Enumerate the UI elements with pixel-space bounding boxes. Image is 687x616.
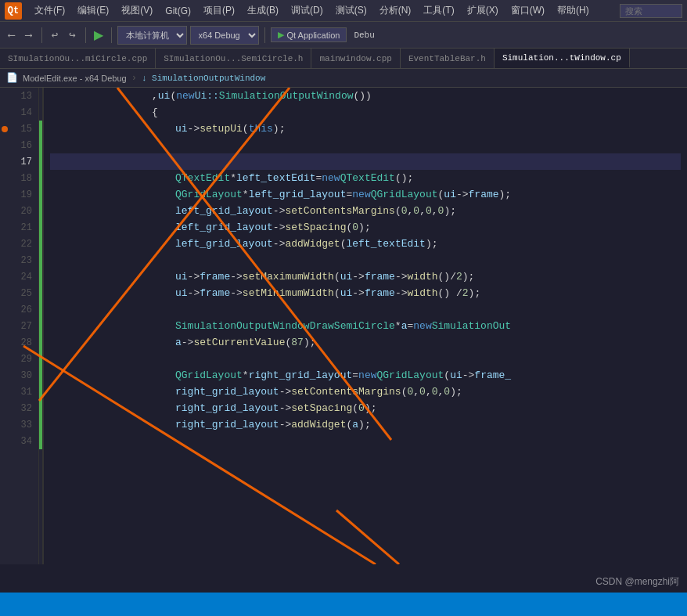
line-26: 26	[0, 301, 38, 318]
menu-edit[interactable]: 编辑(E)	[71, 2, 115, 19]
build-config-dropdown[interactable]: x64 Debug	[190, 26, 259, 45]
menu-extensions[interactable]: 扩展(X)	[461, 2, 505, 19]
code-line-27: SimulationOutputWindowDrawSemiCircle* a …	[50, 318, 681, 334]
tab-label-3: EventTableBar.h	[408, 54, 486, 63]
undo-icon[interactable]: ↩	[48, 27, 62, 43]
code-line-29	[50, 351, 681, 367]
code-line-14: {	[50, 104, 681, 121]
line-24: 24	[0, 268, 38, 285]
tab-label-1: SImulationOu...SemiCircle.h	[164, 54, 303, 63]
toolbar: ⟵ ⟶ ↩ ↪ ▶ 本地计算机 x64 Debug ▶ Qt Applicati…	[0, 22, 687, 49]
line-15: 15	[0, 121, 38, 137]
qt-logo: Qt	[5, 2, 22, 20]
forward-btn[interactable]: ⟶	[22, 27, 36, 43]
run-button[interactable]: ▶	[92, 27, 106, 42]
menu-window[interactable]: 窗口(W)	[505, 2, 551, 19]
line-20: 20	[0, 203, 38, 219]
line-27: 27	[0, 318, 38, 334]
tab-miCircle[interactable]: SImulationOu...miCircle.cpp	[0, 49, 156, 68]
tab-semiCircle-h[interactable]: SImulationOu...SemiCircle.h	[156, 49, 311, 68]
tab-label-4: Simulation...tWindow.cp	[502, 53, 621, 63]
tab-mainwindow[interactable]: mainwindow.cpp	[311, 49, 400, 68]
code-line-21: left_grid_layout->setSpacing(0);	[50, 219, 681, 236]
menu-help[interactable]: 帮助(H)	[551, 2, 595, 19]
line-28: 28	[0, 334, 38, 351]
line-29: 29	[0, 351, 38, 367]
code-line-19: QGridLayout* left_grid_layout = new QGri…	[50, 186, 681, 203]
line-25: 25	[0, 285, 38, 301]
line-31: 31	[0, 384, 38, 400]
app-label: Qt Application	[287, 31, 340, 40]
line-21: 21	[0, 219, 38, 236]
line-16: 16	[0, 137, 38, 153]
code-line-31: right_grid_layout->setContentsMargins(0,…	[50, 384, 681, 400]
code-line-33: right_grid_layout->addWidget(a);	[50, 416, 681, 433]
code-line-34	[50, 433, 681, 449]
secondary-bar: 📄 ModelEdit.exe - x64 Debug › ↓ Simulati…	[0, 69, 687, 88]
menu-bar: Qt 文件(F) 编辑(E) 视图(V) Git(G) 项目(P) 生成(B) …	[0, 0, 687, 22]
watermark: CSDN @mengzhi阿	[595, 575, 679, 589]
code-line-22: left_grid_layout->addWidget(left_textEdi…	[50, 236, 681, 252]
breadcrumb-arrow: ›	[131, 73, 137, 84]
code-line-30: QGridLayout* right_grid_layout = new QGr…	[50, 367, 681, 384]
code-line-16	[50, 137, 681, 153]
line-32: 32	[0, 400, 38, 416]
line-number-gutter: 13 14 15 16 17 18 19 20 21 22 23 24 25 2…	[0, 88, 39, 564]
tab-label-0: SImulationOu...miCircle.cpp	[8, 54, 147, 63]
line-23: 23	[0, 252, 38, 268]
line-34: 34	[0, 433, 38, 449]
tab-bar: SImulationOu...miCircle.cpp SImulationOu…	[0, 49, 687, 69]
code-line-25: ui->frame->setMinimumWidth(ui->frame->wi…	[50, 285, 681, 301]
menu-debug[interactable]: 调试(D)	[285, 2, 329, 19]
code-line-28: a->setCurrentValue(87);	[50, 334, 681, 351]
back-btn[interactable]: ⟵	[5, 27, 19, 43]
editor-area: 13 14 15 16 17 18 19 20 21 22 23 24 25 2…	[0, 88, 687, 564]
tab-simulationwindow[interactable]: Simulation...tWindow.cp	[495, 49, 630, 68]
menu-tools[interactable]: 工具(T)	[417, 2, 460, 19]
app-button[interactable]: ▶ Qt Application	[271, 27, 347, 42]
line-17: 17	[0, 153, 38, 170]
line-19: 19	[0, 186, 38, 203]
code-line-32: right_grid_layout->setSpacing(0);	[50, 400, 681, 416]
status-bar	[0, 593, 687, 616]
search-input[interactable]	[620, 4, 682, 18]
code-content[interactable]: , ui(new Ui::SimulationOutputWindow()) {…	[44, 88, 687, 564]
menu-test[interactable]: 测试(S)	[329, 2, 373, 19]
redo-icon[interactable]: ↪	[65, 27, 79, 43]
menu-analyze[interactable]: 分析(N)	[373, 2, 418, 19]
menu-git[interactable]: Git(G)	[159, 4, 197, 18]
breadcrumb-class: ↓ SimulationOutputWindow	[142, 74, 265, 83]
line-30: 30	[0, 367, 38, 384]
local-machine-dropdown[interactable]: 本地计算机	[117, 26, 187, 45]
code-line-23	[50, 252, 681, 268]
file-icon: 📄	[6, 72, 18, 84]
menu-file[interactable]: 文件(F)	[28, 2, 71, 19]
exe-label: ModelEdit.exe - x64 Debug	[23, 74, 127, 83]
menu-view[interactable]: 视图(V)	[115, 2, 159, 19]
tab-label-2: mainwindow.cpp	[319, 54, 391, 63]
line-33: 33	[0, 416, 38, 433]
line-14: 14	[0, 104, 38, 121]
search-area	[620, 4, 682, 18]
menu-project[interactable]: 项目(P)	[197, 2, 241, 19]
debug-label: Debu	[350, 29, 378, 41]
code-line-18: QTextEdit* left_textEdit = new QTextEdit…	[50, 170, 681, 186]
menu-build[interactable]: 生成(B)	[241, 2, 285, 19]
line-13: 13	[0, 88, 38, 104]
code-line-24: ui->frame->setMaximumWidth(ui->frame->wi…	[50, 268, 681, 285]
code-line-13: , ui(new Ui::SimulationOutputWindow())	[50, 88, 681, 104]
line-18: 18	[0, 170, 38, 186]
line-22: 22	[0, 236, 38, 252]
code-line-17	[50, 153, 681, 170]
code-line-26	[50, 301, 681, 318]
code-line-20: left_grid_layout->setContentsMargins(0, …	[50, 203, 681, 219]
tab-eventtablebar[interactable]: EventTableBar.h	[401, 49, 495, 68]
run-arrow-icon: ▶	[278, 30, 284, 40]
code-line-15: ui->setupUi(this);	[50, 121, 681, 137]
